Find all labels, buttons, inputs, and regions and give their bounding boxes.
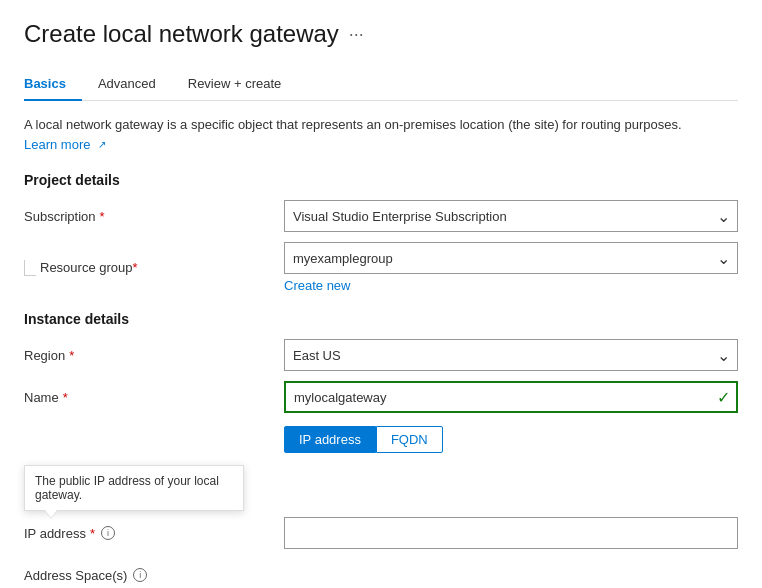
subscription-label: Subscription [24, 209, 96, 224]
region-dropdown-wrapper: East US [284, 339, 738, 371]
page-options-icon[interactable]: ··· [349, 24, 364, 45]
address-spaces-info-icon[interactable]: i [133, 568, 147, 582]
project-details-title: Project details [24, 172, 738, 188]
learn-more-link[interactable]: Learn more ↗ [24, 135, 106, 155]
ip-address-info-icon[interactable]: i [101, 526, 115, 540]
subscription-required: * [100, 209, 105, 224]
ip-address-section: The public IP address of your local gate… [24, 465, 738, 549]
ip-address-row: IP address * i [24, 517, 738, 549]
name-label: Name [24, 390, 59, 405]
subscription-dropdown-wrapper: Visual Studio Enterprise Subscription [284, 200, 738, 232]
page-title: Create local network gateway [24, 20, 339, 48]
subscription-select[interactable]: Visual Studio Enterprise Subscription [284, 200, 738, 232]
tabs-container: Basics Advanced Review + create [24, 68, 738, 101]
instance-details-title: Instance details [24, 311, 738, 327]
ip-tooltip: The public IP address of your local gate… [24, 465, 244, 511]
connector: Resource group * [24, 260, 138, 276]
name-valid-icon: ✓ [717, 388, 730, 407]
external-link-icon: ↗ [98, 137, 106, 152]
ip-address-label: IP address [24, 526, 86, 541]
resource-group-dropdown-wrapper: myexamplegroup [284, 242, 738, 274]
address-spaces-label: Address Space(s) [24, 568, 127, 583]
ip-address-toggle[interactable]: IP address [284, 426, 376, 453]
name-required: * [63, 390, 68, 405]
page-description: A local network gateway is a specific ob… [24, 115, 738, 154]
region-required: * [69, 348, 74, 363]
name-input-wrapper: ✓ [284, 381, 738, 413]
tab-review-create[interactable]: Review + create [172, 68, 298, 101]
endpoint-toggle-row: IP address FQDN [24, 423, 738, 455]
region-select[interactable]: East US [284, 339, 738, 371]
tab-basics[interactable]: Basics [24, 68, 82, 101]
tab-advanced[interactable]: Advanced [82, 68, 172, 101]
page-header: Create local network gateway ··· [24, 20, 738, 48]
create-new-link[interactable]: Create new [284, 278, 738, 293]
resource-group-row: Resource group * myexamplegroup Create n… [24, 242, 738, 293]
name-input[interactable] [284, 381, 738, 413]
address-spaces-row: Address Space(s) i [24, 559, 738, 588]
region-label: Region [24, 348, 65, 363]
endpoint-toggle-group: IP address FQDN [284, 426, 738, 453]
connector-line [24, 260, 36, 276]
subscription-row: Subscription * Visual Studio Enterprise … [24, 200, 738, 232]
region-row: Region * East US [24, 339, 738, 371]
resource-group-label: Resource group [40, 260, 133, 275]
ip-address-input[interactable] [284, 517, 738, 549]
fqdn-toggle[interactable]: FQDN [376, 426, 443, 453]
name-row: Name * ✓ [24, 381, 738, 413]
resource-group-select[interactable]: myexamplegroup [284, 242, 738, 274]
ip-address-required: * [90, 526, 95, 541]
resource-group-required: * [133, 260, 138, 275]
